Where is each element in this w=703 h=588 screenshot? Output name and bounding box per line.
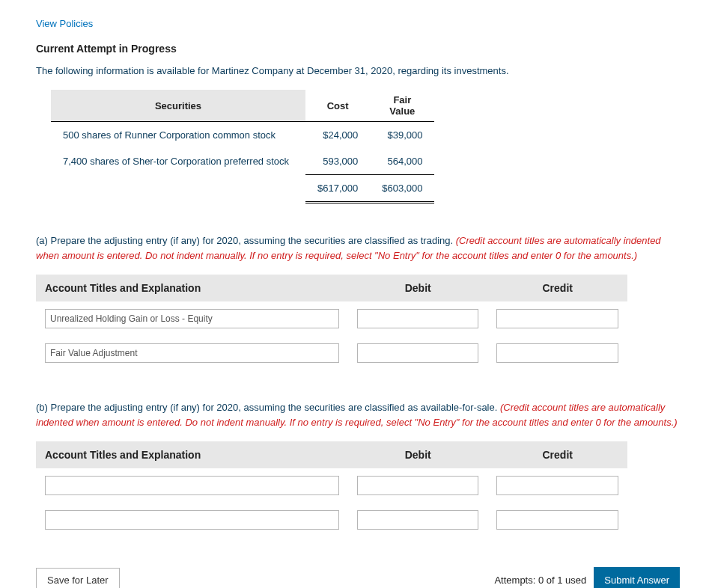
account-title-input[interactable]	[45, 309, 339, 328]
sec-cost: $24,000	[305, 122, 370, 149]
je-header-credit: Credit	[487, 275, 627, 301]
journal-table-a: Account Titles and Explanation Debit Cre…	[36, 275, 627, 370]
securities-table: Securities Cost Fair Value 500 shares of…	[51, 90, 434, 203]
credit-input[interactable]	[496, 343, 618, 363]
sec-fv: 564,000	[370, 148, 434, 175]
save-for-later-button[interactable]: Save for Later	[36, 568, 120, 588]
debit-input[interactable]	[357, 476, 479, 495]
table-row: 7,400 shares of Sher-tor Corporation pre…	[51, 148, 434, 175]
table-row: 500 shares of Runner Corporation common …	[51, 122, 434, 149]
submit-answer-button[interactable]: Submit Answer	[594, 567, 680, 588]
attempts-label: Attempts: 0 of 1 used	[494, 575, 586, 586]
sec-fv: $39,000	[370, 122, 434, 149]
footer-right: Attempts: 0 of 1 used Submit Answer	[494, 567, 680, 588]
je-header-title: Account Titles and Explanation	[36, 441, 348, 468]
part-a-pref: (a) Prepare the adjusting entry (if any)…	[36, 235, 456, 246]
cost-header: Cost	[305, 90, 370, 122]
je-header-debit: Debit	[348, 275, 488, 301]
journal-row	[36, 503, 627, 537]
journal-row	[36, 301, 627, 336]
fv-header: Fair Value	[370, 90, 434, 122]
sec-cost: 593,000	[305, 148, 370, 175]
view-policies-link[interactable]: View Policies	[36, 18, 93, 29]
debit-input[interactable]	[357, 510, 479, 530]
sec-desc: 500 shares of Runner Corporation common …	[51, 122, 305, 149]
intro-text: The following information is available f…	[36, 65, 679, 76]
credit-input[interactable]	[496, 309, 618, 328]
part-a-instruction: (a) Prepare the adjusting entry (if any)…	[36, 233, 679, 263]
sec-desc: 7,400 shares of Sher-tor Corporation pre…	[51, 148, 305, 175]
part-b-pref: (b) Prepare the adjusting entry (if any)…	[36, 402, 500, 413]
debit-input[interactable]	[357, 309, 479, 328]
total-fv: $603,000	[370, 175, 434, 203]
debit-input[interactable]	[357, 343, 479, 363]
je-header-title: Account Titles and Explanation	[36, 275, 348, 301]
attempt-title: Current Attempt in Progress	[36, 43, 679, 55]
footer-bar: Save for Later Attempts: 0 of 1 used Sub…	[36, 567, 680, 588]
je-header-credit: Credit	[487, 441, 627, 468]
table-total-row: $617,000 $603,000	[51, 175, 434, 203]
credit-input[interactable]	[496, 510, 618, 530]
page-root: View Policies Current Attempt in Progres…	[0, 0, 703, 588]
sec-header: Securities	[51, 90, 305, 122]
je-header-debit: Debit	[348, 441, 488, 468]
total-cost: $617,000	[305, 175, 370, 203]
account-title-input[interactable]	[45, 510, 339, 530]
journal-row	[36, 468, 627, 503]
journal-row	[36, 336, 627, 370]
journal-table-b: Account Titles and Explanation Debit Cre…	[36, 441, 627, 537]
account-title-input[interactable]	[45, 343, 339, 363]
account-title-input[interactable]	[45, 476, 339, 495]
part-b-instruction: (b) Prepare the adjusting entry (if any)…	[36, 400, 679, 429]
credit-input[interactable]	[496, 476, 618, 495]
